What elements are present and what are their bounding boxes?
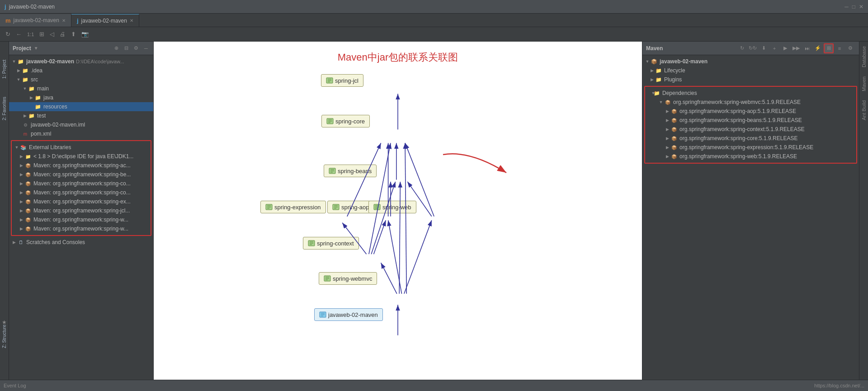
sidebar-label-structure[interactable]: Z: Structure <box>1 320 8 353</box>
tab-1[interactable]: m javaweb-02-maven ✕ <box>0 14 71 27</box>
close-btn[interactable]: ✕ <box>859 4 863 10</box>
tree-lib-aop[interactable]: ▶ 📦 Maven: org.springframework:spring-ac… <box>12 161 151 170</box>
maven-dep-expression[interactable]: ▶ 📦 org.springframework:spring-expressio… <box>645 143 856 152</box>
maven-btn-run[interactable]: ▶ <box>780 43 790 53</box>
maven-btn-lifecycle[interactable]: ▶▶ <box>791 43 801 53</box>
node-spring-expression[interactable]: spring-expression <box>260 201 326 213</box>
tree-pom[interactable]: m pom.xml <box>9 129 153 138</box>
sidebar-label-project[interactable]: 1: Project <box>1 55 8 83</box>
node-javaweb-label: javaweb-02-maven <box>328 311 378 318</box>
maven-plugins-label: Plugins <box>664 76 682 83</box>
tree-lib-jcl[interactable]: ▶ 📦 Maven: org.springframework:spring-jc… <box>12 206 151 215</box>
sidebar-label-favorites[interactable]: 2: Favorites <box>1 92 8 125</box>
tree-java[interactable]: ▶ 📁 java <box>9 93 153 102</box>
tree-lib-w1[interactable]: ▶ 📦 Maven: org.springframework:spring-w.… <box>12 215 151 224</box>
maven-btn-refresh[interactable]: ↻ <box>737 43 747 53</box>
sidebar-right-maven[interactable]: Maven <box>860 72 868 96</box>
tree-lib-co2[interactable]: ▶ 📦 Maven: org.springframework:spring-co… <box>12 188 151 197</box>
bottom-event-log[interactable]: Event Log <box>4 383 26 388</box>
maven-dep-web[interactable]: ▶ 📦 org.springframework:spring-web:5.1.9… <box>645 152 856 161</box>
svg-line-12 <box>381 263 397 293</box>
tree-external-libs[interactable]: ▼ 📚 External Libraries <box>12 143 151 152</box>
tree-lib-w2[interactable]: ▶ 📦 Maven: org.springframework:spring-w.… <box>12 224 151 233</box>
tab-2[interactable]: j javaweb-02-maven ✕ <box>71 14 139 27</box>
toolbar-btn-1-1[interactable]: 1:1 <box>25 31 36 38</box>
tree-iml[interactable]: ⚙ javaweb-02-maven.iml <box>9 120 153 129</box>
sidebar-right-database[interactable]: Database <box>860 42 868 72</box>
tree-iml-arrow <box>15 122 22 128</box>
tree-jdk[interactable]: ▶ 📁 < 1.8 > D:\eclipse IDE for java EE\J… <box>12 152 151 161</box>
tree-scratches[interactable]: ▶ 🗒 Scratches and Consoles <box>9 238 153 247</box>
external-libraries-box: ▼ 📚 External Libraries ▶ 📁 < 1.8 > D:\ec… <box>11 140 151 236</box>
toolbar-btn-print[interactable]: 🖨 <box>58 30 67 38</box>
maven-btn-thread[interactable]: ⚡ <box>813 43 823 53</box>
maven-btn-collapse-all[interactable]: ≡ <box>835 43 844 53</box>
panel-btn-close[interactable]: ─ <box>142 45 150 52</box>
tree-lib-beans[interactable]: ▶ 📦 Maven: org.springframework:spring-be… <box>12 170 151 179</box>
tab-1-close[interactable]: ✕ <box>62 18 66 23</box>
maven-dep-web-arrow: ▶ <box>664 153 670 160</box>
maven-btn-show-deps[interactable]: ⊞ <box>824 43 834 53</box>
tree-lib-co1-icon: 📦 <box>24 180 32 187</box>
toolbar-btn-cam[interactable]: 📷 <box>80 30 90 38</box>
maven-root-icon: 📦 <box>651 58 658 65</box>
panel-btn-add[interactable]: ⊕ <box>113 45 120 52</box>
node-spring-context[interactable]: spring-context <box>303 237 359 250</box>
node-javaweb[interactable]: javaweb-02-maven <box>314 308 383 321</box>
panel-btn-collapse[interactable]: ⊟ <box>123 45 130 52</box>
toolbar-btn-back[interactable]: ← <box>14 30 24 38</box>
maven-btn-add[interactable]: + <box>769 43 779 53</box>
tree-src-icon: 📁 <box>22 76 29 83</box>
app-window: j javaweb-02-maven ─ □ ✕ m javaweb-02-ma… <box>0 0 868 391</box>
node-spring-webmvc[interactable]: spring-webmvc <box>319 272 377 285</box>
sidebar-right-ant[interactable]: Ant Build <box>860 96 868 125</box>
toolbar-btn-export[interactable]: ⬆ <box>69 30 78 38</box>
tree-main[interactable]: ▼ 📁 main <box>9 84 153 93</box>
node-spring-aop[interactable]: spring-aop <box>327 201 374 213</box>
toolbar-btn-left[interactable]: ◁ <box>48 30 56 38</box>
maven-dependencies[interactable]: ▼ 📁 Dependencies <box>645 89 856 98</box>
tree-lib-co1[interactable]: ▶ 📦 Maven: org.springframework:spring-co… <box>12 179 151 188</box>
tree-test-label: test <box>37 113 46 119</box>
maven-dep-context[interactable]: ▶ 📦 org.springframework:spring-context:5… <box>645 125 856 134</box>
panel-dropdown-icon[interactable]: ▼ <box>34 46 38 51</box>
panel-btn-settings[interactable]: ⚙ <box>132 45 140 52</box>
maven-plugins[interactable]: ▶ 📁 Plugins <box>642 75 859 84</box>
node-spring-jcl[interactable]: spring-jcl <box>321 74 363 87</box>
tab-2-close[interactable]: ✕ <box>130 18 133 23</box>
maven-lifecycle[interactable]: ▶ 📁 Lifecycle <box>642 66 859 75</box>
project-tree: ▼ 📁 javaweb-02-maven D:\IDEA\code\javaw.… <box>9 55 153 380</box>
node-spring-core[interactable]: spring-core <box>321 115 370 127</box>
tree-main-label: main <box>37 85 49 92</box>
toolbar-btn-refresh[interactable]: ↻ <box>4 30 12 38</box>
maven-dep-beans[interactable]: ▶ 📦 org.springframework:spring-beans:5.1… <box>645 116 856 125</box>
minimize-btn[interactable]: ─ <box>844 4 849 10</box>
maven-dep-context-icon: 📦 <box>670 126 678 133</box>
maven-dep-webmvc[interactable]: ▼ 📦 org.springframework:spring-webmvc:5.… <box>645 98 856 107</box>
maven-btn-settings[interactable]: ⚙ <box>845 43 855 53</box>
tree-lib-ex[interactable]: ▶ 📦 Maven: org.springframework:spring-ex… <box>12 197 151 206</box>
maven-btn-skip[interactable]: ⏭ <box>802 43 812 53</box>
toolbar-btn-fit[interactable]: ⊞ <box>38 30 46 38</box>
tree-root[interactable]: ▼ 📁 javaweb-02-maven D:\IDEA\code\javaw.… <box>9 57 153 66</box>
tree-resources-label: resources <box>43 104 67 110</box>
node-spring-beans[interactable]: spring-beans <box>324 165 377 177</box>
maven-project-root[interactable]: ▼ 📦 javaweb-02-maven <box>642 57 859 66</box>
maven-deps-box: ▼ 📁 Dependencies ▼ 📦 org.springframework… <box>644 86 857 164</box>
maven-dep-core[interactable]: ▶ 📦 org.springframework:spring-core:5.1.… <box>645 134 856 143</box>
tree-src[interactable]: ▼ 📁 src <box>9 75 153 84</box>
tree-idea[interactable]: ▶ 📁 .idea <box>9 66 153 75</box>
maximize-btn[interactable]: □ <box>852 4 855 10</box>
maven-btn-reimport-all[interactable]: ↻↻ <box>748 43 758 53</box>
node-spring-web[interactable]: spring-web <box>368 201 416 213</box>
maven-btn-download[interactable]: ⬇ <box>759 43 769 53</box>
maven-dep-aop[interactable]: ▶ 📦 org.springframework:spring-aop:5.1.9… <box>645 107 856 116</box>
maven-dep-beans-arrow: ▶ <box>664 117 670 123</box>
maven-dep-aop-label: org.springframework:spring-aop:5.1.9.REL… <box>679 108 796 114</box>
panel-title: Project <box>13 45 31 52</box>
title-bar-icon: j <box>5 3 6 10</box>
tree-lib-aop-icon: 📦 <box>24 162 32 169</box>
tree-resources[interactable]: 📁 resources <box>9 102 153 111</box>
tree-test[interactable]: ▶ 📁 test <box>9 111 153 120</box>
node-aop-icon <box>332 203 340 211</box>
